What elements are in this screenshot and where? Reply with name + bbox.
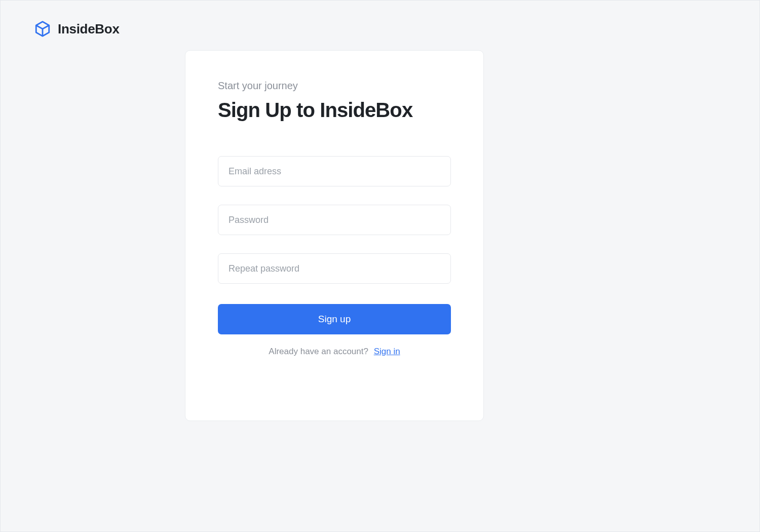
password-field[interactable] [218,205,451,235]
repeat-password-field[interactable] [218,253,451,284]
brand-name: InsideBox [58,21,120,37]
brand-header: InsideBox [33,20,120,38]
signin-prompt: Already have an account? [269,347,368,356]
signin-row: Already have an account? Sign in [218,347,451,357]
signin-link[interactable]: Sign in [374,347,400,356]
box-logo-icon [33,20,52,38]
signup-card: Start your journey Sign Up to InsideBox … [185,50,484,421]
card-subtitle: Start your journey [218,80,451,92]
email-field[interactable] [218,156,451,186]
card-title: Sign Up to InsideBox [218,99,451,122]
signup-button[interactable]: Sign up [218,304,451,334]
